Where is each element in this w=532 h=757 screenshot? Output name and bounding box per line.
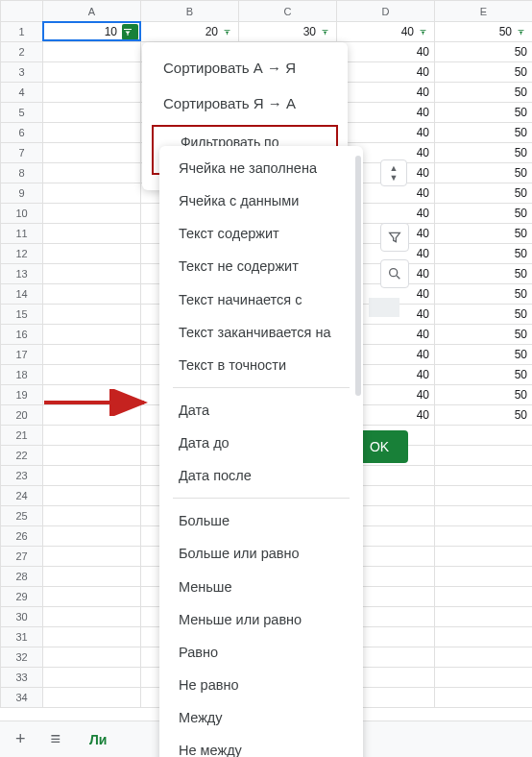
row-header[interactable]: 25 xyxy=(1,506,43,526)
cell[interactable] xyxy=(43,244,141,264)
cell[interactable]: 50 xyxy=(435,42,533,62)
cell[interactable] xyxy=(43,365,141,385)
col-B[interactable]: B xyxy=(141,1,239,22)
cell[interactable]: 50 xyxy=(435,305,533,325)
cell[interactable]: 50 xyxy=(435,22,533,42)
cond-lt[interactable]: Меньше xyxy=(159,571,363,603)
cond-exact[interactable]: Текст в точности xyxy=(159,349,363,381)
cell[interactable] xyxy=(435,668,533,688)
cell[interactable]: 50 xyxy=(435,103,533,123)
select-all-corner[interactable] xyxy=(1,1,43,22)
row-header[interactable]: 11 xyxy=(1,224,43,244)
cell[interactable] xyxy=(43,62,141,83)
col-D[interactable]: D xyxy=(337,1,435,22)
cell[interactable] xyxy=(43,123,141,143)
row-header[interactable]: 15 xyxy=(1,305,43,325)
cond-notbetween[interactable]: Не между xyxy=(159,734,363,757)
cell[interactable] xyxy=(43,143,141,163)
add-sheet-button[interactable]: + xyxy=(10,725,32,753)
filter-icon[interactable] xyxy=(122,24,138,40)
cell[interactable] xyxy=(43,607,141,627)
cell[interactable] xyxy=(43,587,141,607)
cell[interactable] xyxy=(43,647,141,668)
search-button[interactable] xyxy=(380,259,409,288)
cond-notempty[interactable]: Ячейка с данными xyxy=(159,184,363,217)
row-header[interactable]: 17 xyxy=(1,345,43,365)
cell[interactable]: 50 xyxy=(435,284,533,305)
cell[interactable]: 50 xyxy=(435,325,533,345)
cell[interactable]: 50 xyxy=(435,365,533,385)
cell[interactable] xyxy=(43,486,141,506)
row-header[interactable]: 6 xyxy=(1,123,43,143)
all-sheets-button[interactable]: ≡ xyxy=(45,725,67,753)
filter-icon[interactable] xyxy=(517,25,530,38)
cond-ends[interactable]: Текст заканчивается на xyxy=(159,316,363,349)
cell[interactable] xyxy=(435,547,533,567)
row-header[interactable]: 16 xyxy=(1,325,43,345)
filter-icon[interactable] xyxy=(419,25,432,38)
sheet-tab[interactable]: Ли xyxy=(80,726,116,753)
cell[interactable] xyxy=(43,42,141,62)
cell[interactable]: 30 xyxy=(239,22,337,42)
cell[interactable]: 50 xyxy=(435,183,533,204)
cond-neq[interactable]: Не равно xyxy=(159,669,363,701)
row-header[interactable]: 18 xyxy=(1,365,43,385)
cell[interactable] xyxy=(43,446,141,466)
row-header[interactable]: 4 xyxy=(1,83,43,103)
row-header[interactable]: 13 xyxy=(1,264,43,284)
filter-icon[interactable] xyxy=(321,25,334,38)
row-header[interactable]: 3 xyxy=(1,62,43,83)
cell[interactable] xyxy=(43,284,141,305)
filter-icon[interactable] xyxy=(223,25,236,38)
row-header[interactable]: 32 xyxy=(1,647,43,668)
cell[interactable]: 50 xyxy=(435,345,533,365)
cell[interactable]: 50 xyxy=(435,405,533,426)
row-header[interactable]: 30 xyxy=(1,607,43,627)
col-A[interactable]: A xyxy=(43,1,141,22)
row-header[interactable]: 21 xyxy=(1,426,43,446)
cond-lte[interactable]: Меньше или равно xyxy=(159,603,363,636)
cell[interactable] xyxy=(435,506,533,526)
cell[interactable] xyxy=(43,627,141,647)
cell[interactable]: 50 xyxy=(435,62,533,83)
sort-za[interactable]: Сортировать Я → А xyxy=(142,85,348,121)
row-header[interactable]: 20 xyxy=(1,405,43,426)
cell[interactable]: 50 xyxy=(435,123,533,143)
cell[interactable] xyxy=(435,607,533,627)
cell[interactable] xyxy=(43,83,141,103)
cell[interactable]: 50 xyxy=(435,83,533,103)
cond-eq[interactable]: Равно xyxy=(159,636,363,669)
stepper[interactable]: ▲ ▼ xyxy=(380,159,407,186)
cond-notcontains[interactable]: Текст не содержит xyxy=(159,250,363,282)
cell[interactable]: 50 xyxy=(435,264,533,284)
cell[interactable] xyxy=(43,526,141,547)
row-header[interactable]: 8 xyxy=(1,163,43,183)
cell[interactable] xyxy=(43,204,141,224)
cond-gte[interactable]: Больше или равно xyxy=(159,537,363,570)
row-header[interactable]: 23 xyxy=(1,466,43,486)
cell[interactable] xyxy=(435,647,533,668)
row-header[interactable]: 10 xyxy=(1,204,43,224)
cond-starts[interactable]: Текст начинается с xyxy=(159,283,363,316)
cell[interactable]: 50 xyxy=(435,143,533,163)
cell[interactable]: 40 xyxy=(337,42,435,62)
row-header[interactable]: 33 xyxy=(1,668,43,688)
cell[interactable]: 50 xyxy=(435,244,533,264)
cell[interactable] xyxy=(435,426,533,446)
cell[interactable] xyxy=(43,305,141,325)
row-header[interactable]: 34 xyxy=(1,688,43,708)
cond-empty[interactable]: Ячейка не заполнена xyxy=(159,152,363,184)
cell[interactable] xyxy=(43,506,141,526)
cell[interactable] xyxy=(435,688,533,708)
cell[interactable] xyxy=(435,587,533,607)
cell[interactable] xyxy=(43,325,141,345)
col-E[interactable]: E xyxy=(435,1,533,22)
cell[interactable] xyxy=(43,163,141,183)
scrollbar[interactable] xyxy=(355,156,361,396)
cell[interactable] xyxy=(43,668,141,688)
cell[interactable] xyxy=(43,466,141,486)
cell[interactable]: 40 xyxy=(337,22,435,42)
row-header[interactable]: 29 xyxy=(1,587,43,607)
row-header[interactable]: 7 xyxy=(1,143,43,163)
cell[interactable] xyxy=(43,224,141,244)
